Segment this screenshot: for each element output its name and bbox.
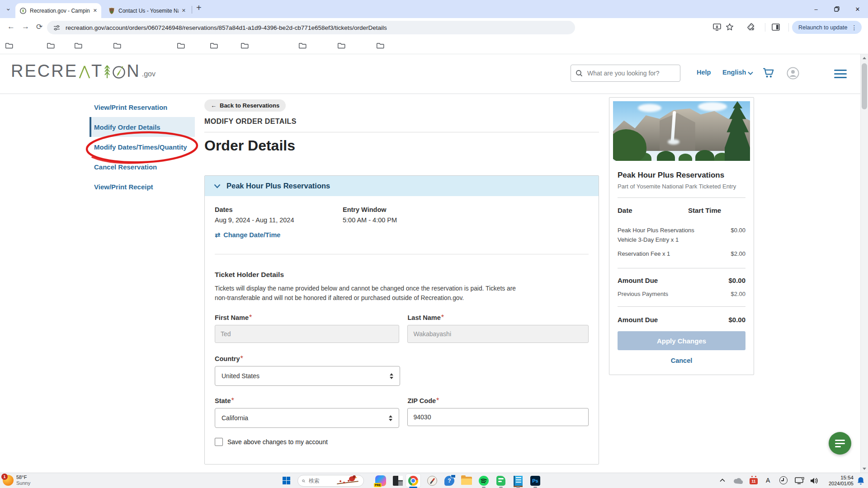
notification-bell-icon[interactable] — [857, 477, 864, 485]
volume-icon[interactable] — [810, 477, 819, 484]
scroll-up-arrow[interactable] — [863, 57, 866, 59]
bookmark-star-icon[interactable] — [725, 23, 734, 32]
logo-text: N — [127, 62, 140, 80]
save-to-account-checkbox[interactable] — [215, 438, 223, 446]
bookmark-folder-icon[interactable] — [177, 42, 185, 49]
install-app-icon[interactable] — [712, 23, 722, 32]
windows-taskbar: 1 58°F Sunny PRE ? P — [0, 473, 868, 488]
onedrive-cloud-icon[interactable] — [733, 478, 743, 484]
required-asterisk: * — [441, 314, 444, 321]
windows-start-button[interactable] — [283, 477, 290, 484]
total-due-value: $0.00 — [728, 316, 745, 324]
sidebar-item-cancel-reservation[interactable]: Cancel Reservation — [90, 157, 195, 177]
sidebar-item-view-print-receipt[interactable]: View/Print Receipt — [90, 177, 195, 197]
chrome-active-tile[interactable] — [406, 474, 421, 488]
clock-tray-icon[interactable] — [779, 476, 788, 484]
spotify-app-icon[interactable] — [478, 475, 489, 486]
chat-widget-button[interactable] — [829, 432, 851, 455]
tab-close-icon[interactable]: ✕ — [93, 8, 97, 14]
toolbar-separator — [765, 23, 765, 32]
logo-text: RECRE — [11, 62, 78, 80]
last-name-field[interactable] — [407, 325, 589, 343]
search-icon — [576, 70, 583, 77]
file-explorer-icon[interactable] — [461, 475, 472, 486]
scroll-down-arrow[interactable] — [863, 468, 866, 470]
apply-changes-button[interactable]: Apply Changes — [618, 331, 745, 350]
compass-app-icon[interactable] — [427, 475, 438, 486]
taskbar-search-input[interactable] — [308, 477, 333, 484]
contrast-app-icon[interactable] — [392, 475, 403, 486]
help-link[interactable]: Help — [697, 69, 711, 76]
tab-yosemite-contact[interactable]: Contact Us - Yosemite National ✕ — [104, 3, 190, 18]
evernote-app-icon[interactable] — [495, 475, 506, 486]
account-avatar-icon[interactable] — [787, 67, 799, 80]
copilot-app-icon[interactable]: PRE — [375, 475, 386, 486]
bookmark-folder-icon[interactable] — [338, 42, 345, 49]
state-select[interactable]: California — [215, 408, 399, 428]
bookmark-folder-icon[interactable] — [5, 42, 13, 49]
first-name-field[interactable] — [215, 325, 399, 343]
address-bar[interactable] — [47, 21, 575, 34]
state-label: State — [215, 397, 231, 404]
change-date-time-link[interactable]: ⇄ Change Date/Time — [215, 231, 589, 239]
relaunch-to-update-button[interactable]: Relaunch to update ⋮ — [792, 21, 862, 34]
url-input[interactable] — [65, 24, 569, 32]
modify-order-details-heading: MODIFY ORDER DETAILS — [204, 117, 297, 126]
window-close-button[interactable]: ✕ — [854, 5, 862, 13]
site-settings-tune-icon[interactable] — [53, 24, 60, 31]
bookmark-folder-icon[interactable] — [299, 42, 307, 49]
taskbar-search-box[interactable] — [297, 475, 364, 487]
hamburger-menu-icon[interactable] — [834, 70, 847, 80]
bookmark-folder-icon[interactable] — [75, 42, 82, 49]
taskbar-weather-widget[interactable]: 1 58°F Sunny — [3, 474, 30, 486]
sidebar-item-modify-dates-times-quantity[interactable]: Modify Dates/Times/Quantity — [90, 137, 195, 157]
sidebar-item-modify-order-details[interactable]: Modify Order Details — [90, 117, 195, 137]
total-due-row: Amount Due $0.00 — [618, 316, 745, 324]
country-select[interactable]: United States — [215, 366, 400, 386]
bookmark-folder-icon[interactable] — [210, 42, 218, 49]
cancel-link[interactable]: Cancel — [618, 357, 745, 364]
new-tab-button[interactable]: + — [196, 3, 202, 13]
sidebar-item-view-print-reservation[interactable]: View/Print Reservation — [90, 97, 195, 117]
notes-app-icon[interactable] — [513, 475, 524, 486]
recreation-logo[interactable]: RECRE T N .gov — [11, 62, 156, 80]
language-selector[interactable]: English — [722, 69, 746, 76]
back-button[interactable]: ← — [7, 22, 15, 31]
logo-mountain-a-icon — [78, 64, 91, 80]
back-to-reservations-link[interactable]: ← Back to Reservations — [204, 99, 286, 112]
reload-button[interactable]: ⟳ — [36, 22, 42, 32]
bookmark-folder-icon[interactable] — [47, 42, 55, 49]
extensions-puzzle-icon[interactable] — [747, 23, 756, 32]
tray-clock[interactable]: 15:54 2024/01/05 — [824, 475, 854, 487]
window-restore-button[interactable] — [833, 5, 841, 13]
bookmark-folder-icon[interactable] — [113, 42, 121, 49]
security-tray-icon[interactable]: 11 — [750, 476, 758, 484]
ime-language-indicator[interactable]: A — [766, 477, 770, 484]
chrome-menu-kebab-icon[interactable]: ⋮ — [851, 24, 857, 31]
notification-badge: 1 — [1, 474, 8, 480]
window-minimize-button[interactable]: – — [812, 5, 820, 13]
side-panel-icon[interactable] — [771, 23, 780, 32]
tray-chevron-up-icon[interactable] — [720, 479, 725, 482]
site-search-input[interactable] — [586, 69, 675, 77]
bookmark-folder-icon[interactable] — [241, 42, 249, 49]
zip-code-field[interactable] — [407, 408, 589, 426]
scrollbar-thumb[interactable] — [862, 63, 867, 109]
help-mail-app-icon[interactable]: ? — [444, 475, 455, 486]
site-search-box[interactable] — [571, 65, 680, 82]
tab-close-icon[interactable]: ✕ — [182, 8, 186, 14]
summary-title: Peak Hour Plus Reservations — [618, 171, 745, 180]
bookmark-folder-icon[interactable] — [377, 42, 384, 49]
photoshop-app-icon[interactable]: Ps — [530, 475, 541, 486]
chrome-app-icon — [408, 476, 418, 486]
forward-button[interactable]: → — [22, 22, 29, 31]
cart-icon[interactable] — [762, 67, 774, 79]
ps-label: Ps — [532, 478, 538, 483]
browser-toolbar: ← → ⟳ Relaunch to update ⋮ — [0, 18, 868, 37]
accordion-header[interactable]: Peak Hour Plus Reservations — [205, 176, 599, 196]
required-asterisk: * — [231, 397, 234, 404]
page-scrollbar[interactable] — [860, 54, 868, 473]
tab-recreation-gov[interactable]: Recreation.gov - Camping, Cabi ✕ — [15, 3, 101, 18]
tab-search-caret-icon[interactable]: ⌄ — [5, 4, 11, 12]
network-display-icon[interactable] — [795, 477, 805, 484]
